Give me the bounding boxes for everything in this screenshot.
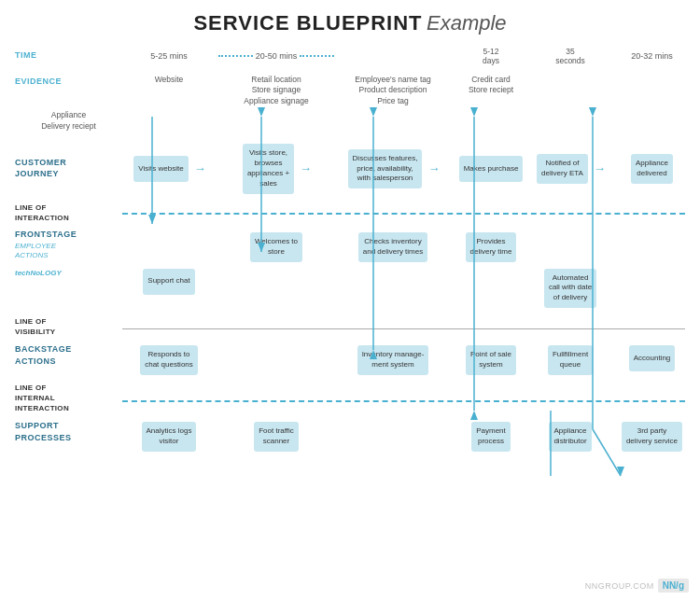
technology-section: techNoLOGY Support chat Automatedcall wi… — [15, 267, 685, 311]
sp-1: Analytics logsvisitor — [122, 418, 216, 454]
arrow-1: → — [194, 161, 206, 175]
arrow-3: → — [427, 161, 440, 175]
frontstage-section: FRONTSTAGE EMPLOYEEACTIONS Welcomes tost… — [15, 229, 685, 265]
support-cards: Analytics logsvisitor Foot trafficscanne… — [122, 418, 696, 454]
time-val-5: 35seconds — [533, 45, 608, 67]
title-bold: SERVICE BLUEPRINT — [193, 11, 422, 35]
evidence-6 — [608, 73, 696, 77]
time-val-3 — [337, 54, 449, 58]
technology-cards: Support chat Automatedcall with dateof d… — [122, 267, 696, 311]
arrow-4: → — [594, 161, 606, 175]
evidence-3: Employee's name tagProduct descriptionPr… — [337, 73, 449, 108]
sp-3 — [337, 418, 449, 454]
evidence-1: Website — [122, 73, 216, 87]
fs-3: Checks inventoryand delivery times — [337, 229, 449, 265]
line-visibility-row: LINE OFVISIBILITY — [15, 314, 685, 339]
evidence-row: EVIDENCE Website Retail locationStore si… — [15, 73, 685, 133]
support-section: SUPPORTPROCESSES Analytics logsvisitor F… — [15, 418, 685, 454]
journey-step-5: Notified ofdelivery ETA → — [533, 151, 608, 187]
bs-1: Responds tochat questions — [122, 342, 216, 378]
evidence-7: ApplianceDelivery reciept — [15, 108, 122, 133]
journey-step-1: Visits website → — [122, 153, 216, 185]
frontstage-cards: Welcomes tostore Checks inventoryand del… — [122, 229, 696, 265]
time-val-6: 20-32 mins — [608, 49, 696, 63]
fs-1 — [122, 229, 216, 265]
journey-step-3: Discusses features,price, availability,w… — [337, 147, 449, 191]
fs-6 — [608, 229, 696, 265]
journey-step-6: Appliancedelivered — [608, 151, 696, 187]
tech-2 — [216, 267, 337, 311]
line-internal-row: LINE OFINTERNALINTERACTION — [15, 381, 685, 416]
fs-5 — [533, 229, 608, 265]
sp-6: 3rd partydelivery service — [608, 418, 696, 454]
line-interaction-label: LINE OFINTERACTION — [15, 201, 122, 225]
time-dashed-1: 20-50 mins — [216, 51, 337, 61]
evidence-label: EVIDENCE — [15, 73, 122, 91]
sp-4: Paymentprocess — [449, 418, 533, 454]
time-row: TIME 5-25 mins 20-50 mins 5-12days 35sec… — [15, 45, 685, 67]
svg-marker-15 — [617, 467, 624, 476]
sp-5: Appliancedistributor — [533, 418, 608, 454]
bs-3: Inventory manage-ment system — [337, 342, 449, 378]
bs-2 — [216, 342, 337, 378]
evidence-2: Retail locationStore signageAppliance si… — [216, 73, 337, 108]
time-label: TIME — [15, 49, 122, 63]
evidence-4: Credit cardStore reciept — [449, 73, 533, 98]
sp-2: Foot trafficscanner — [216, 418, 337, 454]
bs-6: Accounting — [608, 342, 696, 378]
journey-step-2: Visits store,browsesappliances +sales → — [216, 141, 337, 196]
customer-journey-row: CUSTOMERJOURNEY Visits website → Visits … — [15, 141, 685, 196]
technology-label: techNoLOGY — [15, 267, 122, 280]
line-visibility-label: LINE OFVISIBILITY — [15, 314, 122, 339]
frontstage-labels: FRONTSTAGE EMPLOYEEACTIONS — [15, 229, 122, 260]
employee-actions-label: EMPLOYEEACTIONS — [15, 242, 122, 261]
logo-badge: NN/g — [658, 579, 689, 593]
frontstage-label: FRONTSTAGE — [15, 229, 122, 241]
evidence-5 — [533, 73, 608, 77]
time-val-4: 5-12days — [449, 45, 533, 67]
logo-text: NNGROUP.COM — [585, 581, 654, 591]
time-val-1: 5-25 mins — [122, 49, 216, 63]
bs-5: Fullfillmentqueue — [533, 342, 608, 378]
backstage-cards: Responds tochat questions Inventory mana… — [122, 342, 696, 378]
line-internal-label: LINE OFINTERNALINTERACTION — [15, 381, 122, 416]
journey-label: CUSTOMERJOURNEY — [15, 150, 122, 187]
bs-4: Point of salesystem — [449, 342, 533, 378]
arrow-2: → — [300, 161, 312, 175]
tech-1: Support chat — [122, 267, 216, 311]
backstage-section: BACKSTAGEACTIONS Responds tochat questio… — [15, 342, 685, 378]
fs-4: Providesdelivery time — [449, 229, 533, 265]
tech-3 — [337, 267, 449, 311]
tech-5: Automatedcall with dateof delivery — [533, 267, 608, 311]
support-label: SUPPORTPROCESSES — [15, 418, 122, 445]
title-italic: Example — [427, 11, 507, 35]
title-area: SERVICE BLUEPRINT Example — [15, 11, 685, 35]
tech-6 — [608, 267, 696, 311]
journey-step-4: Makes purchase — [449, 153, 533, 185]
tech-4 — [449, 267, 533, 311]
fs-2: Welcomes tostore — [216, 229, 337, 265]
line-interaction-row: LINE OFINTERACTION — [15, 201, 685, 225]
logo-area: NNGROUP.COM NN/g — [585, 579, 689, 593]
backstage-label: BACKSTAGEACTIONS — [15, 342, 122, 369]
